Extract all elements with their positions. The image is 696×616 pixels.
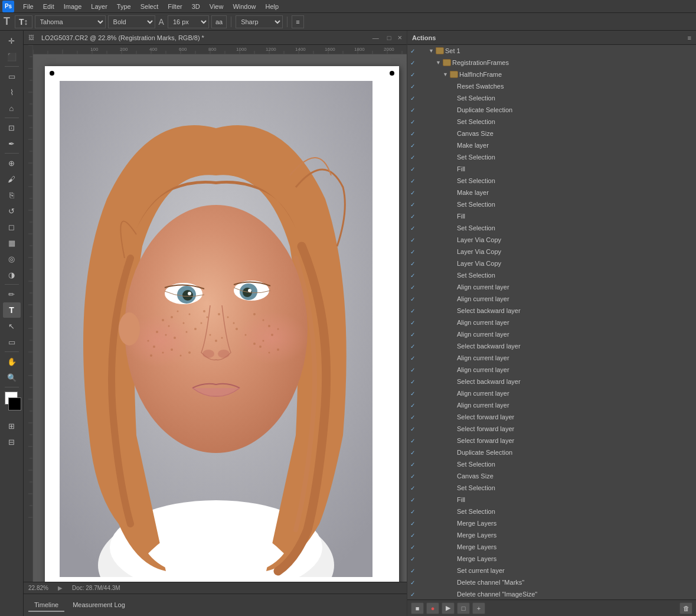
play-btn[interactable]: ▶ — [442, 602, 455, 614]
action-row-41[interactable]: ✓ Merge Layers — [407, 517, 696, 529]
action-check-40[interactable]: ✓ — [407, 509, 418, 515]
action-check-8[interactable]: ✓ — [407, 131, 418, 137]
action-check-12[interactable]: ✓ — [407, 178, 418, 184]
action-check-18[interactable]: ✓ — [407, 249, 418, 255]
action-row-38[interactable]: ✓ Set Selection — [407, 482, 696, 494]
font-size-select[interactable]: 16 px — [168, 15, 209, 28]
action-check-21[interactable]: ✓ — [407, 284, 418, 291]
healing-tool[interactable]: ⊕ — [3, 155, 21, 171]
action-check-10[interactable]: ✓ — [407, 154, 418, 161]
action-row-18[interactable]: ✓ Layer Via Copy — [407, 246, 696, 258]
gradient-tool[interactable]: ▦ — [3, 235, 21, 250]
zoom-indicator-btn[interactable]: ▶ — [58, 585, 63, 591]
quick-mask-btn[interactable]: ⊞ — [3, 418, 21, 434]
blur-tool[interactable]: ◎ — [3, 251, 21, 266]
action-row-4[interactable]: ✓ Reset Swatches — [407, 80, 696, 92]
action-check-47[interactable]: ✓ — [407, 591, 418, 598]
action-check-19[interactable]: ✓ — [407, 260, 418, 267]
pen-tool[interactable]: ✏ — [3, 286, 21, 302]
action-check-11[interactable]: ✓ — [407, 166, 418, 172]
action-row-33[interactable]: ✓ Select forward layer — [407, 423, 696, 435]
path-select-tool[interactable]: ↖ — [3, 318, 21, 334]
action-check-3[interactable]: ✓ — [407, 71, 418, 78]
action-check-22[interactable]: ✓ — [407, 296, 418, 302]
action-check-5[interactable]: ✓ — [407, 95, 418, 102]
action-check-6[interactable]: ✓ — [407, 107, 418, 113]
action-row-30[interactable]: ✓ Align current layer — [407, 387, 696, 399]
action-row-42[interactable]: ✓ Merge Layers — [407, 529, 696, 541]
action-check-15[interactable]: ✓ — [407, 213, 418, 220]
action-check-44[interactable]: ✓ — [407, 556, 418, 562]
action-row-35[interactable]: ✓ Duplicate Selection — [407, 446, 696, 458]
action-row-27[interactable]: ✓ Align current layer — [407, 352, 696, 364]
measurement-log-tab[interactable]: Measurement Log — [67, 599, 131, 612]
action-check-34[interactable]: ✓ — [407, 438, 418, 444]
action-row-10[interactable]: ✓ Set Selection — [407, 151, 696, 163]
marquee-tool[interactable]: ▭ — [3, 69, 21, 84]
expand-icon-3[interactable]: ▼ — [443, 71, 450, 77]
action-row-13[interactable]: ✓ Make layer — [407, 187, 696, 198]
record-btn[interactable]: ● — [426, 602, 439, 614]
action-row-32[interactable]: ✓ Select forward layer — [407, 411, 696, 423]
action-check-4[interactable]: ✓ — [407, 83, 418, 90]
action-row-15[interactable]: ✓ Fill — [407, 210, 696, 222]
action-row-45[interactable]: ✓ Set current layer — [407, 565, 696, 576]
action-check-35[interactable]: ✓ — [407, 449, 418, 456]
doc-close-btn[interactable]: × — [397, 33, 402, 42]
action-check-13[interactable]: ✓ — [407, 190, 418, 196]
action-check-2[interactable]: ✓ — [407, 60, 418, 66]
stop-btn[interactable]: ■ — [411, 602, 424, 614]
action-check-23[interactable]: ✓ — [407, 308, 418, 314]
doc-maximize-btn[interactable]: □ — [385, 34, 393, 41]
action-row-2[interactable]: ✓ ▼ RegistrationFrames — [407, 57, 696, 69]
action-row-24[interactable]: ✓ Align current layer — [407, 317, 696, 328]
action-row-34[interactable]: ✓ Select forward layer — [407, 435, 696, 446]
menu-edit[interactable]: Edit — [39, 2, 58, 11]
action-row-8[interactable]: ✓ Canvas Size — [407, 128, 696, 139]
action-check-25[interactable]: ✓ — [407, 331, 418, 338]
history-brush-tool[interactable]: ↺ — [3, 203, 21, 219]
action-row-23[interactable]: ✓ Select backward layer — [407, 305, 696, 317]
action-row-39[interactable]: ✓ Fill — [407, 494, 696, 506]
action-row-20[interactable]: ✓ Set Selection — [407, 269, 696, 281]
action-row-29[interactable]: ✓ Select backward layer — [407, 376, 696, 387]
action-check-14[interactable]: ✓ — [407, 201, 418, 208]
action-row-12[interactable]: ✓ Set Selection — [407, 175, 696, 187]
action-check-17[interactable]: ✓ — [407, 237, 418, 243]
menu-file[interactable]: File — [19, 2, 38, 11]
action-row-26[interactable]: ✓ Select backward layer — [407, 340, 696, 352]
doc-minimize-btn[interactable]: — — [371, 34, 381, 41]
action-row-37[interactable]: ✓ Canvas Size — [407, 470, 696, 482]
menu-select[interactable]: Select — [136, 2, 163, 11]
new-action-btn[interactable]: + — [472, 602, 485, 614]
action-check-37[interactable]: ✓ — [407, 473, 418, 480]
action-check-24[interactable]: ✓ — [407, 320, 418, 326]
action-check-42[interactable]: ✓ — [407, 532, 418, 539]
delete-action-btn[interactable]: 🗑 — [679, 602, 692, 614]
action-check-43[interactable]: ✓ — [407, 544, 418, 550]
font-style-select[interactable]: Bold — [108, 15, 155, 28]
action-check-27[interactable]: ✓ — [407, 355, 418, 361]
action-row-14[interactable]: ✓ Set Selection — [407, 198, 696, 210]
action-check-28[interactable]: ✓ — [407, 367, 418, 373]
actions-menu-btn[interactable]: ≡ — [688, 34, 691, 41]
action-row-36[interactable]: ✓ Set Selection — [407, 458, 696, 470]
action-check-46[interactable]: ✓ — [407, 579, 418, 586]
type-tool[interactable]: T — [3, 302, 21, 318]
menu-window[interactable]: Window — [228, 2, 260, 11]
eraser-tool[interactable]: ◻ — [3, 219, 21, 234]
text-align-btn[interactable]: ≡ — [292, 15, 303, 28]
action-row-21[interactable]: ✓ Align current layer — [407, 281, 696, 293]
quick-select-tool[interactable]: ⌂ — [3, 100, 21, 116]
foreground-color-swatch[interactable] — [8, 397, 21, 410]
action-check-41[interactable]: ✓ — [407, 520, 418, 527]
timeline-tab[interactable]: Timeline — [28, 599, 64, 612]
font-family-select[interactable]: Tahoma — [35, 15, 106, 28]
action-row-22[interactable]: ✓ Align current layer — [407, 293, 696, 305]
move-tool[interactable]: ✛ — [3, 33, 21, 48]
menu-layer[interactable]: Layer — [87, 2, 112, 11]
action-check-7[interactable]: ✓ — [407, 119, 418, 125]
action-row-25[interactable]: ✓ Align current layer — [407, 328, 696, 340]
action-check-29[interactable]: ✓ — [407, 379, 418, 385]
action-row-31[interactable]: ✓ Align current layer — [407, 399, 696, 411]
